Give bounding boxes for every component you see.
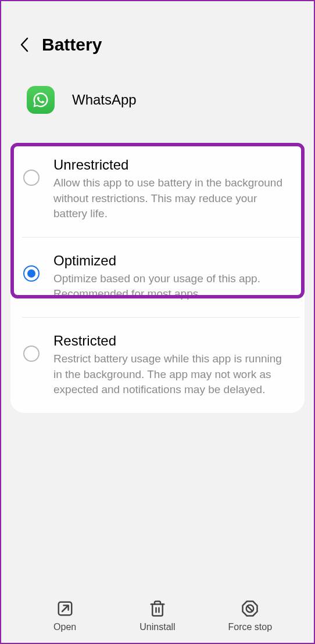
option-text: Unrestricted Allow this app to use batte… — [53, 157, 287, 222]
trash-icon — [149, 600, 166, 617]
open-label: Open — [53, 622, 76, 632]
option-optimized[interactable]: Optimized Optimize based on your usage o… — [10, 238, 305, 317]
force-stop-label: Force stop — [228, 622, 273, 632]
option-text: Restricted Restrict battery usage while … — [53, 333, 287, 398]
force-stop-button[interactable]: Force stop — [204, 600, 296, 632]
option-title: Unrestricted — [53, 157, 287, 173]
open-icon — [56, 600, 74, 617]
option-title: Restricted — [53, 333, 287, 349]
header: Battery — [1, 1, 314, 66]
option-text: Optimized Optimize based on your usage o… — [53, 253, 287, 302]
uninstall-button[interactable]: Uninstall — [111, 600, 203, 632]
whatsapp-icon — [27, 86, 55, 114]
app-row: WhatsApp — [1, 66, 314, 137]
radio-restricted[interactable] — [23, 346, 40, 362]
radio-unrestricted[interactable] — [23, 170, 40, 186]
option-unrestricted[interactable]: Unrestricted Allow this app to use batte… — [10, 143, 305, 237]
page-title: Battery — [42, 35, 102, 55]
uninstall-label: Uninstall — [139, 622, 175, 632]
svg-line-1 — [62, 606, 68, 611]
bottom-bar: Open Uninstall Force stop — [1, 600, 314, 632]
open-button[interactable]: Open — [19, 600, 111, 632]
option-desc: Optimize based on your usage of this app… — [53, 271, 287, 302]
app-name: WhatsApp — [72, 92, 137, 108]
option-title: Optimized — [53, 253, 287, 269]
option-desc: Restrict battery usage while this app is… — [53, 351, 287, 398]
options-card: Unrestricted Allow this app to use batte… — [10, 143, 305, 413]
back-icon[interactable] — [20, 37, 29, 52]
option-desc: Allow this app to use battery in the bac… — [53, 175, 287, 222]
radio-optimized[interactable] — [23, 265, 40, 282]
svg-line-6 — [248, 606, 253, 611]
option-restricted[interactable]: Restricted Restrict battery usage while … — [10, 318, 305, 413]
stop-icon — [241, 600, 259, 617]
